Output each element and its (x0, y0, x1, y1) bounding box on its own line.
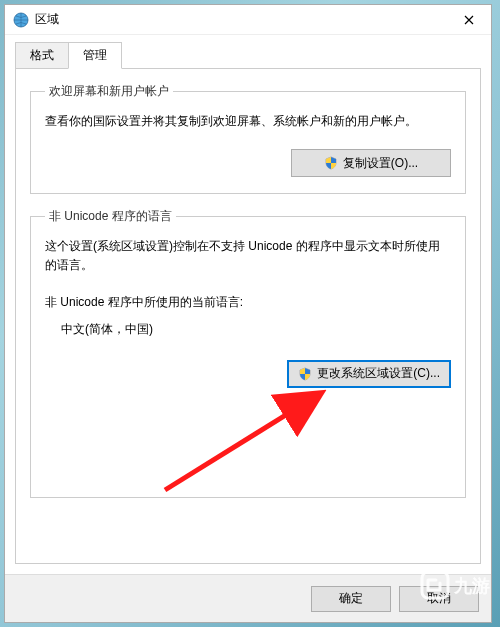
group-nonunicode-legend: 非 Unicode 程序的语言 (45, 208, 176, 225)
tab-content-admin: 欢迎屏幕和新用户帐户 查看你的国际设置并将其复制到欢迎屏幕、系统帐户和新的用户帐… (15, 68, 481, 564)
window-title: 区域 (35, 11, 446, 28)
titlebar: 区域 (5, 5, 491, 35)
tab-admin[interactable]: 管理 (68, 42, 122, 69)
tabs: 格式 管理 (15, 41, 481, 68)
group-welcome-screen: 欢迎屏幕和新用户帐户 查看你的国际设置并将其复制到欢迎屏幕、系统帐户和新的用户帐… (30, 83, 466, 194)
change-system-locale-button[interactable]: 更改系统区域设置(C)... (287, 360, 451, 388)
group-nonunicode: 非 Unicode 程序的语言 这个设置(系统区域设置)控制在不支持 Unico… (30, 208, 466, 498)
group-welcome-legend: 欢迎屏幕和新用户帐户 (45, 83, 173, 100)
welcome-desc: 查看你的国际设置并将其复制到欢迎屏幕、系统帐户和新的用户帐户。 (45, 112, 451, 131)
tab-format[interactable]: 格式 (15, 42, 69, 69)
uac-shield-icon (298, 367, 312, 381)
current-language-value: 中文(简体，中国) (45, 321, 451, 338)
close-button[interactable] (446, 5, 491, 35)
copy-settings-button[interactable]: 复制设置(O)... (291, 149, 451, 177)
ok-button[interactable]: 确定 (311, 586, 391, 612)
globe-icon (13, 12, 29, 28)
change-system-locale-label: 更改系统区域设置(C)... (317, 365, 440, 382)
cancel-button[interactable]: 取消 (399, 586, 479, 612)
region-dialog: 区域 格式 管理 欢迎屏幕和新用户帐户 查看你的国际设置并将其复制到欢迎屏幕、系… (4, 4, 492, 623)
copy-settings-label: 复制设置(O)... (343, 155, 418, 172)
dialog-button-bar: 确定 取消 (5, 574, 491, 622)
nonunicode-desc: 这个设置(系统区域设置)控制在不支持 Unicode 的程序中显示文本时所使用的… (45, 237, 451, 275)
uac-shield-icon (324, 156, 338, 170)
current-language-label: 非 Unicode 程序中所使用的当前语言: (45, 294, 451, 311)
